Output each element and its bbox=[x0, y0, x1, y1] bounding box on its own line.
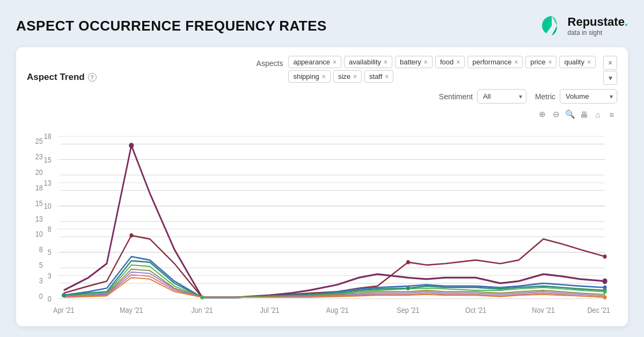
svg-text:8: 8 bbox=[48, 225, 52, 233]
tag-appearance: appearance × bbox=[288, 56, 341, 68]
svg-text:18: 18 bbox=[35, 184, 43, 192]
svg-text:13: 13 bbox=[35, 215, 43, 223]
metric-filter-group: Metric Volume Percentage bbox=[535, 89, 617, 104]
card-top: Aspect Trend ? Aspects appearance × avai… bbox=[27, 56, 617, 85]
svg-text:8: 8 bbox=[39, 245, 43, 254]
metric-select-wrapper: Volume Percentage bbox=[560, 89, 617, 104]
tag-price-remove[interactable]: × bbox=[548, 59, 552, 65]
tag-shipping: shipping × bbox=[288, 70, 330, 83]
svg-text:0: 0 bbox=[39, 292, 43, 301]
top-header: ASPECT OCCURRENCE FREQUENCY RATES Repust… bbox=[16, 13, 628, 39]
tag-price: price × bbox=[525, 56, 557, 68]
svg-point-53 bbox=[406, 286, 410, 290]
search-icon[interactable]: 🔍 bbox=[565, 109, 575, 120]
svg-text:5: 5 bbox=[39, 261, 43, 269]
svg-text:23: 23 bbox=[35, 153, 43, 162]
info-icon[interactable]: ? bbox=[88, 73, 97, 82]
zoom-out-icon[interactable]: ⊖ bbox=[551, 109, 561, 120]
svg-text:3: 3 bbox=[48, 272, 52, 280]
metric-label: Metric bbox=[535, 92, 555, 101]
tag-staff: staff × bbox=[364, 70, 393, 83]
tags-actions: × ▾ bbox=[603, 56, 617, 85]
tags-row-1: appearance × availability × battery × bbox=[288, 56, 596, 68]
page-wrapper: ASPECT OCCURRENCE FREQUENCY RATES Repust… bbox=[0, 0, 644, 337]
svg-point-55 bbox=[603, 254, 607, 259]
chart-icons: ⊕ ⊖ 🔍 🖶 ⌂ ≡ bbox=[537, 109, 617, 120]
svg-text:Jun '21: Jun '21 bbox=[191, 306, 213, 314]
svg-text:Nov '21: Nov '21 bbox=[532, 306, 554, 314]
page-title: ASPECT OCCURRENCE FREQUENCY RATES bbox=[16, 18, 327, 34]
svg-text:Aug '21: Aug '21 bbox=[326, 306, 349, 314]
tag-size: size × bbox=[333, 70, 362, 83]
svg-point-47 bbox=[129, 143, 134, 148]
tags-row-2: shipping × size × staff × bbox=[288, 70, 596, 83]
svg-text:15: 15 bbox=[44, 156, 52, 164]
print-icon[interactable]: 🖶 bbox=[579, 109, 589, 120]
svg-text:Jul '21: Jul '21 bbox=[260, 306, 280, 314]
aspects-label: Aspects bbox=[257, 59, 283, 68]
tags-clear-button[interactable]: × bbox=[603, 56, 617, 70]
chart-area: ⊕ ⊖ 🔍 🖶 ⌂ ≡ 0 3 5 8 bbox=[27, 109, 617, 320]
svg-text:13: 13 bbox=[44, 179, 52, 187]
zoom-in-icon[interactable]: ⊕ bbox=[537, 109, 547, 120]
svg-text:Apr '21: Apr '21 bbox=[53, 306, 74, 314]
svg-text:5: 5 bbox=[48, 248, 52, 257]
tags-area: appearance × availability × battery × bbox=[288, 56, 596, 83]
logo-subtitle: data in sight bbox=[568, 29, 628, 36]
tag-food: food × bbox=[435, 56, 465, 68]
sentiment-select[interactable]: All Positive Negative Neutral bbox=[477, 89, 526, 104]
svg-text:May '21: May '21 bbox=[120, 306, 143, 314]
tag-availability-remove[interactable]: × bbox=[384, 59, 387, 65]
svg-text:25: 25 bbox=[35, 137, 43, 146]
tag-food-remove[interactable]: × bbox=[456, 59, 460, 65]
tag-size-remove[interactable]: × bbox=[353, 74, 357, 80]
metric-select[interactable]: Volume Percentage bbox=[560, 89, 617, 104]
svg-point-51 bbox=[200, 295, 204, 299]
aspects-control: Aspects appearance × availability × bbox=[257, 56, 617, 85]
filters-row: Sentiment All Positive Negative Neutral … bbox=[27, 89, 617, 104]
tag-appearance-remove[interactable]: × bbox=[333, 59, 336, 65]
main-card: Aspect Trend ? Aspects appearance × avai… bbox=[16, 47, 628, 326]
tag-battery: battery × bbox=[395, 56, 433, 68]
tag-performance: performance × bbox=[467, 56, 523, 68]
sentiment-filter-group: Sentiment All Positive Negative Neutral bbox=[439, 89, 526, 104]
svg-text:Sep '21: Sep '21 bbox=[397, 306, 419, 314]
tags-container: appearance × availability × battery × bbox=[288, 56, 596, 83]
svg-text:10: 10 bbox=[35, 230, 43, 239]
tag-shipping-remove[interactable]: × bbox=[322, 74, 326, 80]
svg-text:Dec '21: Dec '21 bbox=[587, 306, 610, 314]
aspect-trend-label: Aspect Trend ? bbox=[27, 72, 97, 83]
sentiment-label: Sentiment bbox=[439, 92, 473, 101]
tag-staff-remove[interactable]: × bbox=[385, 74, 389, 80]
logo-dot: . bbox=[625, 15, 628, 28]
svg-point-48 bbox=[129, 233, 133, 238]
svg-text:10: 10 bbox=[44, 202, 52, 210]
menu-icon[interactable]: ≡ bbox=[606, 109, 617, 120]
repustate-logo-icon bbox=[537, 13, 562, 39]
svg-text:15: 15 bbox=[35, 199, 43, 208]
svg-point-50 bbox=[62, 293, 65, 297]
logo-text-block: Repustate. data in sight bbox=[568, 15, 628, 37]
svg-text:Oct '21: Oct '21 bbox=[465, 306, 486, 314]
sentiment-select-wrapper: All Positive Negative Neutral bbox=[477, 89, 526, 104]
svg-text:3: 3 bbox=[39, 276, 43, 285]
svg-text:18: 18 bbox=[44, 133, 52, 141]
svg-point-58 bbox=[603, 290, 607, 294]
svg-point-52 bbox=[406, 260, 410, 265]
tag-battery-remove[interactable]: × bbox=[424, 59, 428, 65]
logo-name: Repustate. bbox=[568, 15, 628, 29]
svg-text:20: 20 bbox=[35, 168, 43, 177]
tag-quality-remove[interactable]: × bbox=[587, 59, 591, 65]
tag-quality: quality × bbox=[559, 56, 596, 68]
home-icon[interactable]: ⌂ bbox=[592, 109, 603, 120]
chart-svg: 0 3 5 8 10 13 15 18 0 3 5 8 10 13 15 18 … bbox=[27, 109, 617, 320]
tag-availability: availability × bbox=[344, 56, 392, 68]
svg-point-54 bbox=[603, 279, 608, 284]
svg-point-59 bbox=[603, 295, 607, 299]
svg-text:0: 0 bbox=[48, 295, 52, 303]
tags-expand-button[interactable]: ▾ bbox=[603, 71, 617, 85]
logo-area: Repustate. data in sight bbox=[537, 13, 628, 39]
tag-performance-remove[interactable]: × bbox=[514, 59, 518, 65]
